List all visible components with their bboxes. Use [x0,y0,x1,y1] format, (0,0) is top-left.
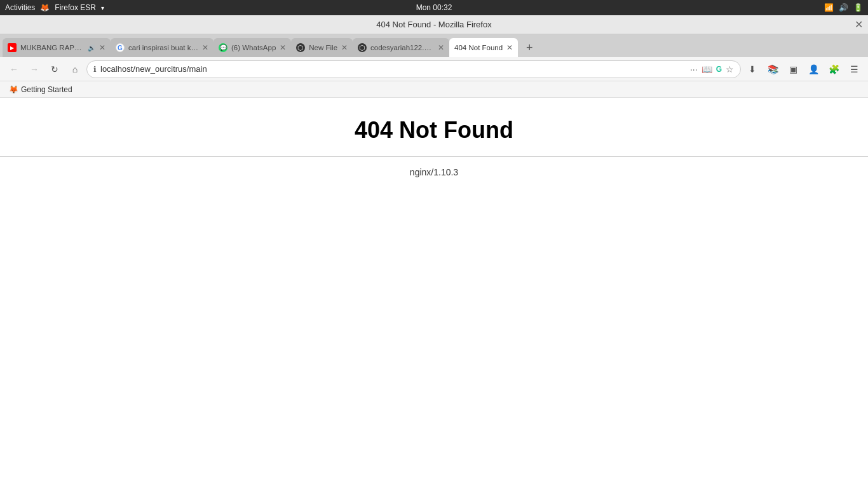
browser-menu-chevron[interactable]: ▾ [101,4,104,11]
tab-favicon-g: G [116,43,125,52]
menu-button[interactable]: ☰ [845,60,863,78]
reader-mode-icon[interactable]: 📖 [702,64,712,74]
tab-close-4[interactable]: ✕ [341,43,348,52]
toolbar: ← → ↻ ⌂ ℹ localhost/new_ourcitrus/main ·… [0,57,868,81]
address-text[interactable]: localhost/new_ourcitrus/main [100,64,686,74]
tab-close-1[interactable]: ✕ [99,43,105,52]
tab-bar: ▶ MUKBANG RAPPOKI N 🔊 ✕ G cari inspirasi… [0,34,868,57]
tab-close-3[interactable]: ✕ [280,43,286,52]
tab-label-1: MUKBANG RAPPOKI N [20,44,84,51]
tab-github-newfile[interactable]: ⬡ New File ✕ [291,38,353,57]
address-bar[interactable]: ℹ localhost/new_ourcitrus/main ··· 📖 G ☆ [86,60,741,78]
bookmark-getting-started[interactable]: 🦊 Getting Started [5,83,76,96]
system-bar: Activities 🦊 Firefox ESR ▾ Mon 00:32 📶 🔊… [0,0,868,15]
security-icon: ℹ [93,65,97,74]
title-bar: 404 Not Found - Mozilla Firefox ✕ [0,15,868,34]
system-time: Mon 00:32 [416,3,452,12]
bookmarks-bar: 🦊 Getting Started [0,81,868,98]
tab-label-3: (6) WhatsApp [231,44,276,51]
tab-favicon-gh: ⬡ [296,43,305,52]
tab-close-6[interactable]: ✕ [506,43,513,52]
window-title: 404 Not Found - Mozilla Firefox [376,20,491,29]
bookmark-star-icon[interactable]: ☆ [726,64,734,74]
audio-icon-1: 🔊 [88,44,95,51]
library-button[interactable]: 📚 [764,60,782,78]
battery-icon: 🔋 [853,3,863,12]
sidebar-button[interactable]: ▣ [784,60,802,78]
tab-close-2[interactable]: ✕ [202,43,208,52]
home-button[interactable]: ⌂ [66,60,84,78]
grammarly-icon[interactable]: G [716,65,722,74]
window-close-button[interactable]: ✕ [855,18,863,30]
download-button[interactable]: ⬇ [743,60,761,78]
tab-label-5: codesyariah122.github.io [370,44,434,51]
bookmark-label: Getting Started [21,85,72,94]
tab-whatsapp[interactable]: 💬 (6) WhatsApp ✕ [214,38,291,57]
tab-label-4: New File [309,44,337,51]
forward-button[interactable]: → [25,60,43,78]
extensions-button[interactable]: 🧩 [825,60,843,78]
tab-youtube[interactable]: ▶ MUKBANG RAPPOKI N 🔊 ✕ [3,38,111,57]
tab-label-2: cari inspirasi buat kata ka [128,44,198,51]
sync-button[interactable]: 👤 [804,60,822,78]
page-content: 404 Not Found nginx/1.10.3 [0,98,868,488]
firefox-icon: 🦊 [40,3,50,12]
tab-favicon-gh2: ⬡ [358,43,367,52]
tab-favicon-wa: 💬 [219,43,227,52]
wifi-icon: 📶 [824,3,834,12]
browser-name-label[interactable]: Firefox ESR [55,3,96,12]
error-heading: 404 Not Found [355,117,513,144]
new-tab-button[interactable]: + [520,38,538,57]
address-more-icon[interactable]: ··· [690,64,698,74]
error-divider [0,156,868,157]
tab-label-6: 404 Not Found [454,44,503,51]
server-info: nginx/1.10.3 [410,167,458,177]
tab-404[interactable]: 404 Not Found ✕ [449,38,518,57]
firefox-bookmark-icon: 🦊 [9,85,18,94]
back-button[interactable]: ← [5,60,23,78]
volume-icon: 🔊 [839,3,848,12]
tab-close-5[interactable]: ✕ [438,43,444,52]
activities-label[interactable]: Activities [5,3,35,12]
tab-google[interactable]: G cari inspirasi buat kata ka ✕ [111,38,214,57]
reload-button[interactable]: ↻ [46,60,64,78]
tab-codesyariah[interactable]: ⬡ codesyariah122.github.io ✕ [353,38,449,57]
tab-favicon-yt: ▶ [8,43,17,52]
